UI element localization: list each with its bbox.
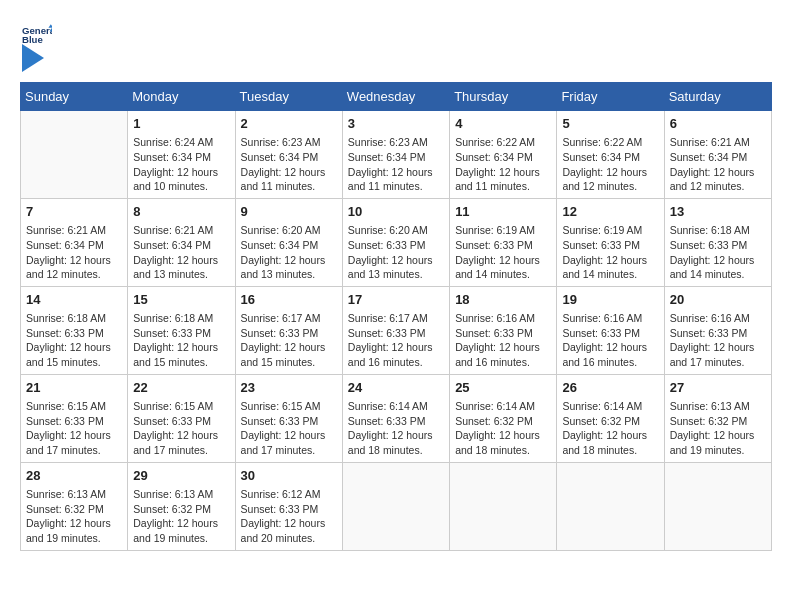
day-info: Sunrise: 6:17 AMSunset: 6:33 PMDaylight:…: [348, 311, 444, 370]
calendar-day-cell: 23Sunrise: 6:15 AMSunset: 6:33 PMDayligh…: [235, 374, 342, 462]
day-info: Sunrise: 6:19 AMSunset: 6:33 PMDaylight:…: [562, 223, 658, 282]
calendar-day-cell: 10Sunrise: 6:20 AMSunset: 6:33 PMDayligh…: [342, 198, 449, 286]
day-of-week-wednesday: Wednesday: [342, 83, 449, 111]
calendar-header-row: SundayMondayTuesdayWednesdayThursdayFrid…: [21, 83, 772, 111]
calendar-week-row: 7Sunrise: 6:21 AMSunset: 6:34 PMDaylight…: [21, 198, 772, 286]
day-number: 29: [133, 467, 229, 485]
day-number: 24: [348, 379, 444, 397]
calendar-day-cell: 20Sunrise: 6:16 AMSunset: 6:33 PMDayligh…: [664, 286, 771, 374]
calendar-day-cell: 6Sunrise: 6:21 AMSunset: 6:34 PMDaylight…: [664, 111, 771, 199]
day-info: Sunrise: 6:21 AMSunset: 6:34 PMDaylight:…: [670, 135, 766, 194]
day-number: 9: [241, 203, 337, 221]
day-info: Sunrise: 6:18 AMSunset: 6:33 PMDaylight:…: [133, 311, 229, 370]
calendar-day-cell: 27Sunrise: 6:13 AMSunset: 6:32 PMDayligh…: [664, 374, 771, 462]
day-info: Sunrise: 6:23 AMSunset: 6:34 PMDaylight:…: [348, 135, 444, 194]
day-number: 1: [133, 115, 229, 133]
calendar-day-cell: 1Sunrise: 6:24 AMSunset: 6:34 PMDaylight…: [128, 111, 235, 199]
day-of-week-saturday: Saturday: [664, 83, 771, 111]
calendar-week-row: 21Sunrise: 6:15 AMSunset: 6:33 PMDayligh…: [21, 374, 772, 462]
calendar-day-cell: [557, 462, 664, 550]
calendar-day-cell: 5Sunrise: 6:22 AMSunset: 6:34 PMDaylight…: [557, 111, 664, 199]
day-number: 20: [670, 291, 766, 309]
calendar-day-cell: 21Sunrise: 6:15 AMSunset: 6:33 PMDayligh…: [21, 374, 128, 462]
calendar-day-cell: 11Sunrise: 6:19 AMSunset: 6:33 PMDayligh…: [450, 198, 557, 286]
day-of-week-thursday: Thursday: [450, 83, 557, 111]
calendar-table: SundayMondayTuesdayWednesdayThursdayFrid…: [20, 82, 772, 551]
calendar-day-cell: 29Sunrise: 6:13 AMSunset: 6:32 PMDayligh…: [128, 462, 235, 550]
day-number: 26: [562, 379, 658, 397]
day-number: 5: [562, 115, 658, 133]
day-info: Sunrise: 6:14 AMSunset: 6:32 PMDaylight:…: [562, 399, 658, 458]
calendar-day-cell: 24Sunrise: 6:14 AMSunset: 6:33 PMDayligh…: [342, 374, 449, 462]
day-info: Sunrise: 6:14 AMSunset: 6:33 PMDaylight:…: [348, 399, 444, 458]
calendar-day-cell: 26Sunrise: 6:14 AMSunset: 6:32 PMDayligh…: [557, 374, 664, 462]
calendar-day-cell: 19Sunrise: 6:16 AMSunset: 6:33 PMDayligh…: [557, 286, 664, 374]
day-of-week-friday: Friday: [557, 83, 664, 111]
day-info: Sunrise: 6:21 AMSunset: 6:34 PMDaylight:…: [26, 223, 122, 282]
day-number: 11: [455, 203, 551, 221]
calendar-day-cell: 16Sunrise: 6:17 AMSunset: 6:33 PMDayligh…: [235, 286, 342, 374]
calendar-day-cell: 14Sunrise: 6:18 AMSunset: 6:33 PMDayligh…: [21, 286, 128, 374]
day-number: 3: [348, 115, 444, 133]
day-number: 30: [241, 467, 337, 485]
logo: General Blue: [20, 20, 52, 72]
day-of-week-monday: Monday: [128, 83, 235, 111]
page-header: General Blue: [20, 20, 772, 72]
logo-triangle-icon: [22, 44, 44, 72]
day-of-week-sunday: Sunday: [21, 83, 128, 111]
day-number: 2: [241, 115, 337, 133]
calendar-day-cell: 13Sunrise: 6:18 AMSunset: 6:33 PMDayligh…: [664, 198, 771, 286]
day-number: 7: [26, 203, 122, 221]
day-info: Sunrise: 6:16 AMSunset: 6:33 PMDaylight:…: [562, 311, 658, 370]
day-info: Sunrise: 6:15 AMSunset: 6:33 PMDaylight:…: [133, 399, 229, 458]
day-info: Sunrise: 6:20 AMSunset: 6:34 PMDaylight:…: [241, 223, 337, 282]
day-of-week-tuesday: Tuesday: [235, 83, 342, 111]
day-info: Sunrise: 6:18 AMSunset: 6:33 PMDaylight:…: [26, 311, 122, 370]
calendar-day-cell: 12Sunrise: 6:19 AMSunset: 6:33 PMDayligh…: [557, 198, 664, 286]
calendar-day-cell: 3Sunrise: 6:23 AMSunset: 6:34 PMDaylight…: [342, 111, 449, 199]
day-number: 22: [133, 379, 229, 397]
day-number: 18: [455, 291, 551, 309]
day-info: Sunrise: 6:24 AMSunset: 6:34 PMDaylight:…: [133, 135, 229, 194]
calendar-day-cell: [664, 462, 771, 550]
day-info: Sunrise: 6:13 AMSunset: 6:32 PMDaylight:…: [26, 487, 122, 546]
day-info: Sunrise: 6:14 AMSunset: 6:32 PMDaylight:…: [455, 399, 551, 458]
day-number: 10: [348, 203, 444, 221]
calendar-day-cell: 18Sunrise: 6:16 AMSunset: 6:33 PMDayligh…: [450, 286, 557, 374]
day-number: 16: [241, 291, 337, 309]
calendar-day-cell: 2Sunrise: 6:23 AMSunset: 6:34 PMDaylight…: [235, 111, 342, 199]
calendar-day-cell: 15Sunrise: 6:18 AMSunset: 6:33 PMDayligh…: [128, 286, 235, 374]
day-number: 14: [26, 291, 122, 309]
day-number: 23: [241, 379, 337, 397]
calendar-day-cell: 9Sunrise: 6:20 AMSunset: 6:34 PMDaylight…: [235, 198, 342, 286]
calendar-day-cell: 17Sunrise: 6:17 AMSunset: 6:33 PMDayligh…: [342, 286, 449, 374]
day-number: 27: [670, 379, 766, 397]
day-info: Sunrise: 6:15 AMSunset: 6:33 PMDaylight:…: [241, 399, 337, 458]
day-info: Sunrise: 6:22 AMSunset: 6:34 PMDaylight:…: [455, 135, 551, 194]
day-number: 28: [26, 467, 122, 485]
calendar-day-cell: 25Sunrise: 6:14 AMSunset: 6:32 PMDayligh…: [450, 374, 557, 462]
calendar-day-cell: 28Sunrise: 6:13 AMSunset: 6:32 PMDayligh…: [21, 462, 128, 550]
calendar-day-cell: 7Sunrise: 6:21 AMSunset: 6:34 PMDaylight…: [21, 198, 128, 286]
calendar-week-row: 28Sunrise: 6:13 AMSunset: 6:32 PMDayligh…: [21, 462, 772, 550]
day-info: Sunrise: 6:13 AMSunset: 6:32 PMDaylight:…: [670, 399, 766, 458]
calendar-day-cell: [450, 462, 557, 550]
day-number: 17: [348, 291, 444, 309]
calendar-day-cell: [21, 111, 128, 199]
calendar-week-row: 1Sunrise: 6:24 AMSunset: 6:34 PMDaylight…: [21, 111, 772, 199]
calendar-day-cell: [342, 462, 449, 550]
day-number: 6: [670, 115, 766, 133]
day-number: 25: [455, 379, 551, 397]
calendar-day-cell: 8Sunrise: 6:21 AMSunset: 6:34 PMDaylight…: [128, 198, 235, 286]
day-number: 19: [562, 291, 658, 309]
day-info: Sunrise: 6:21 AMSunset: 6:34 PMDaylight:…: [133, 223, 229, 282]
day-info: Sunrise: 6:19 AMSunset: 6:33 PMDaylight:…: [455, 223, 551, 282]
calendar-day-cell: 22Sunrise: 6:15 AMSunset: 6:33 PMDayligh…: [128, 374, 235, 462]
calendar-day-cell: 4Sunrise: 6:22 AMSunset: 6:34 PMDaylight…: [450, 111, 557, 199]
day-info: Sunrise: 6:22 AMSunset: 6:34 PMDaylight:…: [562, 135, 658, 194]
calendar-week-row: 14Sunrise: 6:18 AMSunset: 6:33 PMDayligh…: [21, 286, 772, 374]
day-info: Sunrise: 6:20 AMSunset: 6:33 PMDaylight:…: [348, 223, 444, 282]
calendar-day-cell: 30Sunrise: 6:12 AMSunset: 6:33 PMDayligh…: [235, 462, 342, 550]
day-info: Sunrise: 6:18 AMSunset: 6:33 PMDaylight:…: [670, 223, 766, 282]
day-info: Sunrise: 6:16 AMSunset: 6:33 PMDaylight:…: [455, 311, 551, 370]
